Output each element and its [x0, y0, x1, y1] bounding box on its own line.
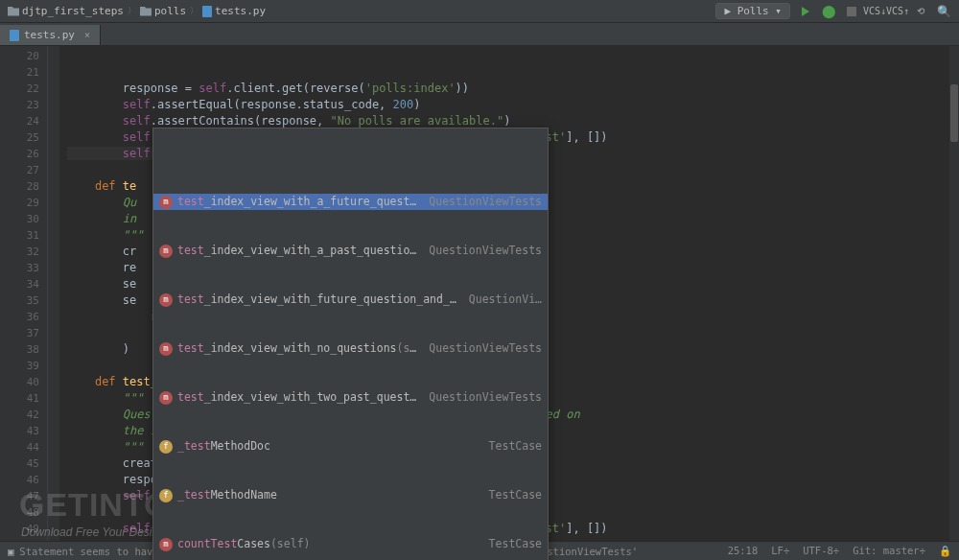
vcs-commit-button[interactable]: VCS↑ — [890, 4, 905, 19]
folder-icon — [140, 7, 152, 16]
python-file-icon — [10, 30, 19, 41]
status-indicator-icon[interactable]: ▣ — [8, 546, 13, 557]
method-icon: m — [159, 391, 173, 405]
completion-item[interactable]: m test_index_view_with_a_past_question(s… — [153, 243, 548, 259]
method-icon: m — [159, 293, 173, 307]
file-encoding[interactable]: UTF-8÷ — [803, 545, 839, 557]
line-number-gutter[interactable]: 2021222324252627282930313233343536373839… — [0, 46, 48, 541]
completion-item[interactable]: m countTestCases(self) TestCase — [153, 536, 548, 552]
completion-item[interactable]: f _testMethodDoc TestCase — [153, 438, 548, 455]
method-icon: m — [159, 538, 173, 551]
debug-button[interactable]: ⬤ — [821, 4, 836, 19]
breadcrumb[interactable]: djtp_first_steps 〉 polls 〉 tests.py — [8, 5, 266, 17]
code-area[interactable]: response = self.client.get(reverse('poll… — [59, 46, 959, 541]
completion-item[interactable]: m test_index_view_with_no_questions(self… — [153, 340, 548, 357]
method-icon: m — [159, 342, 173, 356]
method-icon: m — [159, 245, 173, 258]
scrollbar-thumb[interactable] — [950, 84, 958, 142]
run-button[interactable] — [798, 4, 813, 19]
editor-tabs: tests.py × — [0, 23, 959, 46]
method-icon: m — [159, 196, 173, 209]
completion-item[interactable]: m test_index_view_with_two_past_question… — [153, 389, 548, 406]
code-completion-popup[interactable]: m test_index_view_with_a_future_question… — [152, 128, 549, 560]
field-icon: f — [159, 440, 173, 454]
chevron-right-icon: 〉 — [128, 5, 136, 17]
completion-item[interactable]: m test_index_view_with_future_question_a… — [153, 292, 548, 308]
close-icon[interactable]: × — [84, 30, 90, 40]
gutter-marks[interactable] — [48, 46, 59, 541]
python-file-icon — [202, 6, 212, 17]
vcs-update-button[interactable]: VCS↓ — [867, 4, 882, 19]
lock-icon[interactable]: 🔒 — [939, 545, 951, 557]
line-separator[interactable]: LF÷ — [771, 545, 789, 557]
search-everywhere-button[interactable]: 🔍 — [936, 4, 951, 19]
field-icon: f — [159, 489, 173, 502]
run-configuration-dropdown[interactable]: ▶ Polls ▾ — [715, 3, 790, 19]
editor[interactable]: 2021222324252627282930313233343536373839… — [0, 46, 959, 541]
stop-button — [844, 4, 859, 19]
caret-position[interactable]: 25:18 — [728, 545, 759, 557]
toolbar-actions: ▶ Polls ▾ ⬤ VCS↓ VCS↑ ⟲ 🔍 — [715, 3, 951, 19]
tab-tests-py[interactable]: tests.py × — [0, 25, 101, 45]
editor-scrollbar[interactable] — [949, 46, 959, 541]
vcs-history-button[interactable]: ⟲ — [913, 4, 928, 19]
git-branch[interactable]: Git: master÷ — [853, 545, 925, 557]
completion-item[interactable]: f _testMethodName TestCase — [153, 487, 548, 503]
completion-item[interactable]: m test_index_view_with_a_future_question… — [153, 194, 548, 210]
navigation-bar: djtp_first_steps 〉 polls 〉 tests.py ▶ Po… — [0, 0, 959, 23]
folder-icon — [8, 7, 19, 16]
chevron-right-icon: 〉 — [190, 5, 199, 17]
